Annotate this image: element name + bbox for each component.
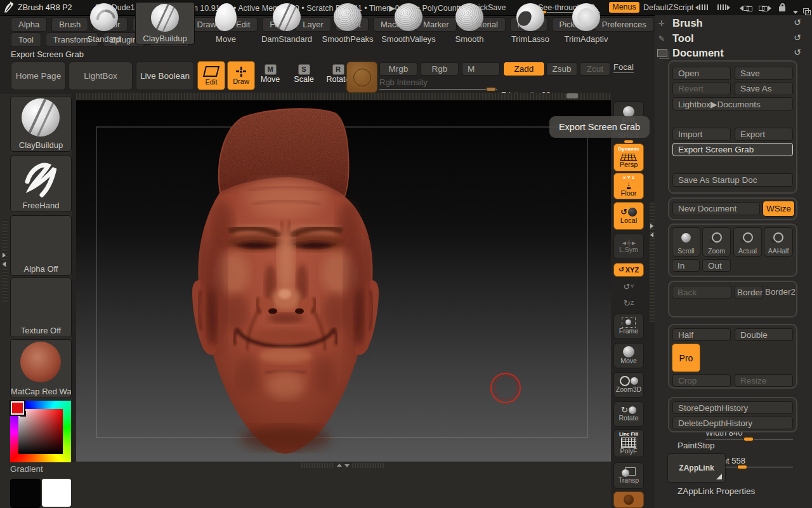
actual-button[interactable]: Actual [733, 227, 762, 257]
aahalf-button[interactable]: AAHalf [764, 227, 793, 257]
double-button[interactable]: Double [735, 328, 793, 341]
rgb-intensity-slider[interactable]: Rgb Intensity [379, 77, 497, 90]
save-button[interactable]: Save [735, 67, 793, 80]
tray-scrollbar-right[interactable] [352, 463, 385, 468]
brush-trimadaptive[interactable]: TrimAdaptiv [561, 2, 611, 44]
draw-button[interactable]: Draw [227, 61, 255, 90]
border-button[interactable]: Border [734, 286, 763, 298]
mrgb-button[interactable]: Mrgb [379, 62, 417, 76]
persp-button[interactable]: Dynamic Persp [613, 144, 644, 171]
zoom3d-button[interactable]: Zoom3D [613, 372, 644, 398]
rotate-y-button[interactable]: ↺ Y [613, 281, 644, 293]
material-thumb[interactable]: MatCap Red Wax [10, 339, 72, 398]
delete-depth-history-button[interactable]: DeleteDepthHistory [672, 417, 793, 429]
back-button[interactable]: Back [672, 286, 731, 298]
right-tray-divider[interactable] [650, 201, 655, 322]
open-button[interactable]: Open [672, 67, 731, 80]
rgb-button[interactable]: Rgb [421, 62, 459, 76]
brush-smoothvalleys[interactable]: SmoothValleys [379, 2, 438, 44]
transp-button[interactable]: Transp [613, 462, 644, 489]
rotate-z-button[interactable]: ↻ Z [613, 297, 644, 310]
move-canvas-button[interactable]: Move [613, 343, 644, 368]
zoom-out-button[interactable]: Out [702, 259, 731, 272]
import-button[interactable]: Import [672, 128, 731, 141]
brush-move[interactable]: Move [196, 2, 256, 44]
gradient-button[interactable]: Gradient [10, 464, 71, 475]
live-boolean-button[interactable]: Live Boolean [136, 62, 194, 90]
scale-button[interactable]: S Scale [291, 63, 317, 84]
lock-icon[interactable] [779, 6, 785, 11]
new-document-button[interactable]: New Document [672, 202, 760, 215]
canvas-top-divider[interactable] [76, 93, 611, 100]
revert-button[interactable]: Revert [672, 82, 731, 95]
store-depth-history-button[interactable]: StoreDepthHistory [672, 401, 793, 414]
restore-icon[interactable] [803, 4, 811, 16]
export-button[interactable]: Export [735, 128, 793, 141]
local-button[interactable]: ↺ Local [613, 202, 644, 230]
divider-handle[interactable] [566, 93, 578, 98]
document-palette-header[interactable]: Document [672, 47, 724, 59]
brush-smoothpeaks[interactable]: SmoothPeaks [318, 2, 377, 44]
zsub-button[interactable]: Zsub [546, 62, 577, 76]
brush-palette-header[interactable]: Brush [672, 17, 703, 29]
zcut-button[interactable]: Zcut [580, 62, 610, 76]
zapplink-properties-button[interactable]: ZAppLink Properties [678, 486, 755, 496]
scrub-right-icon[interactable] [717, 4, 730, 10]
tray-scrollbar-left[interactable] [301, 463, 334, 468]
brush-damstandard[interactable]: DamStandard [257, 2, 317, 44]
frame-button[interactable]: Frame [613, 314, 644, 339]
prev-window-icon[interactable] [740, 4, 752, 11]
zapplink-button[interactable]: ZAppLink [667, 453, 726, 483]
home-page-button[interactable]: Home Page [11, 62, 66, 90]
tool-refresh-icon[interactable]: ↺ [794, 32, 801, 43]
menus-button[interactable]: Menus [609, 2, 639, 13]
brush-refresh-icon[interactable]: ↺ [794, 17, 801, 27]
brush-smooth[interactable]: Smooth [440, 2, 499, 44]
border2-button[interactable]: Border2 [765, 287, 796, 300]
menu-tool[interactable]: Tool [11, 32, 41, 47]
brush-standard[interactable]: Standard [74, 2, 134, 44]
resize-button[interactable]: Resize [735, 374, 793, 387]
next-window-icon[interactable] [759, 4, 771, 11]
scrub-left-icon[interactable] [695, 4, 709, 10]
rotate-canvas-button[interactable]: ↻ Rotate [613, 401, 644, 427]
current-material-button[interactable] [346, 62, 377, 93]
gradient-swatch-white[interactable] [42, 479, 71, 507]
brush-claybuildup[interactable]: ClayBuildup [135, 2, 195, 44]
ghost-button[interactable] [613, 491, 644, 508]
save-startup-doc-button[interactable]: Save As Startup Doc [672, 173, 793, 187]
menu-alpha[interactable]: Alpha [11, 17, 47, 32]
floor-button[interactable]: x Y z ↓ Floor [613, 173, 644, 199]
color-picker[interactable] [10, 401, 71, 462]
crop-button[interactable]: Crop [672, 374, 731, 387]
zoom-button[interactable]: Zoom [702, 227, 731, 257]
xyz-button[interactable]: ↺ XYZ [613, 263, 644, 277]
half-button[interactable]: Half [672, 328, 731, 341]
edit-button[interactable]: Edit [197, 61, 225, 90]
tool-palette-header[interactable]: Tool [672, 32, 694, 44]
tray-scroll-up-icon[interactable] [337, 464, 342, 467]
left-tray-divider[interactable] [2, 219, 8, 302]
paintstop-button[interactable]: PaintStop [678, 441, 715, 450]
default-zscript-button[interactable]: DefaultZScript [643, 3, 693, 12]
current-stroke-thumb[interactable]: FreeHand [10, 156, 72, 212]
export-screen-grab-button[interactable]: Export Screen Grab [672, 143, 793, 156]
wsize-button[interactable]: WSize [763, 201, 795, 217]
focal-shift-slider[interactable]: Focal [613, 62, 634, 73]
move-button[interactable]: M Move [258, 63, 283, 84]
scroll-button[interactable]: Scroll [672, 227, 700, 257]
gradient-swatch-black[interactable] [10, 479, 41, 508]
save-as-button[interactable]: Save As [735, 82, 793, 95]
lightbox-button[interactable]: LightBox [69, 62, 133, 90]
zadd-button[interactable]: Zadd [503, 62, 545, 76]
brush-trimlasso[interactable]: TrimLasso [501, 2, 560, 44]
document-canvas[interactable] [76, 100, 611, 462]
current-brush-thumb[interactable]: ClayBuildup [10, 96, 72, 152]
zoom-in-button[interactable]: In [672, 259, 700, 272]
lightbox-documents-button[interactable]: Lightbox▶Documents [672, 97, 793, 110]
document-refresh-icon[interactable]: ↺ [794, 47, 801, 57]
pro-button[interactable]: Pro [672, 344, 700, 372]
polyf-button[interactable]: Line Fill PolyF [613, 429, 644, 457]
tray-scroll-down-icon[interactable] [344, 464, 350, 467]
texture-thumb[interactable]: Texture Off [10, 277, 72, 337]
